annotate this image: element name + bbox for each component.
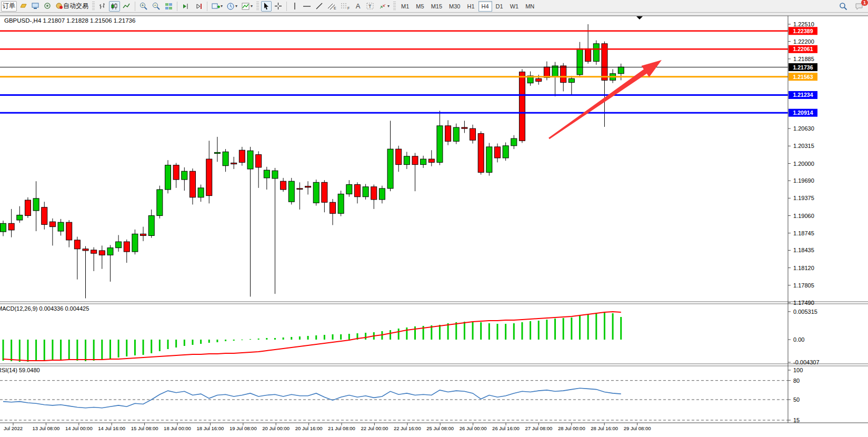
time-tick-label: 14 Jul 16:00 — [98, 425, 125, 431]
bear-candle-body — [206, 159, 212, 196]
toolbar-grip[interactable] — [256, 2, 259, 11]
price-tick-label: 1.17490 — [793, 300, 814, 306]
timeframe-mn[interactable]: MN — [522, 1, 537, 12]
timeframe-w1[interactable]: W1 — [507, 1, 522, 12]
toolbar-grip[interactable] — [92, 2, 95, 11]
price-badge: 1.20914 — [789, 109, 817, 117]
bear-candle-body — [470, 128, 476, 140]
timeframe-h1[interactable]: H1 — [464, 1, 477, 12]
bull-candle-body — [421, 159, 426, 165]
bear-candle-body — [330, 202, 336, 213]
toolbar-shadow — [0, 13, 868, 16]
price-badge-value: 1.21563 — [793, 74, 813, 80]
timeframe-h4[interactable]: H4 — [478, 1, 492, 12]
bear-candle-body — [544, 67, 550, 77]
price-badge: 1.21736 — [789, 63, 817, 71]
bull-candle-body — [577, 48, 583, 75]
text-label-tool-icon[interactable]: T — [364, 1, 376, 12]
bull-candle-body — [313, 182, 319, 203]
bear-candle-body — [536, 78, 542, 81]
time-tick-label: 26 Jul 16:00 — [492, 425, 520, 431]
timeframe-m30[interactable]: M30 — [446, 1, 463, 12]
time-tick-label: 29 Jul 08:00 — [624, 425, 651, 431]
rsi-tick-label: 80 — [793, 378, 800, 384]
mt4-window: { "toolbar": { "order_button": "订单", "au… — [0, 0, 868, 437]
channel-tool-icon[interactable]: E — [326, 1, 338, 12]
bear-candle-body — [585, 48, 591, 61]
trendline-tool-icon[interactable] — [314, 1, 325, 12]
gold-bar-icon[interactable] — [18, 1, 29, 12]
time-tick-label: 28 Jul 16:00 — [591, 425, 618, 431]
candlestick-chart-type-icon[interactable] — [109, 1, 120, 12]
bull-candle-body — [223, 152, 228, 165]
price-tick-label: 1.19375 — [793, 195, 814, 201]
bull-candle-body — [503, 146, 508, 158]
bull-candle-body — [247, 151, 253, 169]
bear-candle-body — [66, 222, 72, 240]
bull-candle-body — [404, 156, 410, 165]
bull-candle-body — [437, 126, 443, 163]
bull-candle-body — [148, 216, 154, 236]
timeframe-d1[interactable]: D1 — [493, 1, 506, 12]
timeframe-m5[interactable]: M5 — [413, 1, 427, 12]
price-tick-label: 1.22510 — [793, 21, 814, 27]
text-tool-icon[interactable]: A — [353, 1, 363, 12]
price-badge: 1.21563 — [789, 73, 817, 81]
candle — [25, 197, 31, 218]
bar-chart-type-icon[interactable] — [97, 1, 108, 12]
price-tick-label: 1.18120 — [793, 265, 814, 271]
bull-candle-body — [165, 165, 171, 190]
bear-candle-body — [495, 147, 501, 158]
new-order-label: 订单 — [3, 2, 15, 11]
auto-trading-button[interactable]: 自动交易 — [54, 1, 90, 12]
bull-candle-body — [511, 138, 517, 146]
time-tick-label: 15 Jul 08:00 — [131, 425, 158, 431]
bear-candle-body — [462, 127, 467, 128]
bear-candle-body — [124, 242, 129, 252]
bull-candle-body — [17, 215, 23, 220]
toolbar-grip[interactable] — [393, 2, 396, 11]
search-icon[interactable] — [837, 1, 849, 12]
macd-tick-label: -0.004307 — [793, 359, 820, 365]
candle — [478, 131, 484, 174]
bear-candle-body — [141, 234, 146, 235]
candle — [313, 180, 319, 206]
price-badge: 1.22061 — [789, 45, 817, 53]
new-order-button[interactable]: 订单 — [1, 1, 17, 12]
bear-candle-body — [173, 165, 179, 180]
bull-candle-body — [338, 194, 344, 213]
bull-candle-body — [486, 147, 492, 172]
price-badge-value: 1.21736 — [793, 64, 813, 71]
tile-windows-icon[interactable] — [163, 1, 174, 12]
line-chart-type-icon[interactable] — [121, 1, 132, 12]
chart-svg[interactable]: 1.225101.222001.218851.206301.203151.200… — [0, 13, 868, 437]
price-badge-value: 1.22061 — [793, 46, 813, 52]
arrows-tool-button[interactable]: ▾ — [377, 1, 391, 12]
cursor-tool-icon[interactable] — [261, 1, 272, 12]
time-tick-label: 21 Jul 08:00 — [328, 425, 355, 431]
timeframe-m15[interactable]: M15 — [428, 1, 445, 12]
timeframe-m1[interactable]: M1 — [398, 1, 412, 12]
terminal-icon[interactable] — [30, 1, 41, 12]
zoom-in-icon[interactable] — [138, 1, 149, 12]
bear-candle-body — [91, 250, 97, 253]
chart-area[interactable]: 1.225101.222001.218851.206301.203151.200… — [0, 13, 868, 437]
new-chart-button[interactable]: ▾ — [210, 1, 224, 12]
price-badge-value: 1.22389 — [793, 28, 813, 34]
radar-icon[interactable] — [42, 1, 53, 12]
bear-candle-body — [25, 200, 31, 216]
periods-button[interactable]: ▾ — [225, 1, 239, 12]
chart-shift-icon[interactable] — [180, 1, 192, 12]
bear-candle-body — [189, 171, 195, 197]
bull-candle-body — [568, 78, 574, 82]
auto-scroll-icon[interactable] — [193, 1, 204, 12]
notifications-button[interactable]: 1 — [853, 1, 865, 12]
vertical-line-tool-icon[interactable] — [290, 1, 300, 12]
zoom-out-icon[interactable] — [151, 1, 162, 12]
bear-candle-body — [49, 222, 55, 226]
horizontal-line-tool-icon[interactable] — [301, 1, 313, 12]
fibonacci-tool-icon[interactable]: F — [339, 1, 352, 12]
candle — [165, 160, 171, 193]
indicators-button[interactable]: ▾ — [240, 1, 254, 12]
crosshair-tool-icon[interactable] — [273, 1, 284, 12]
